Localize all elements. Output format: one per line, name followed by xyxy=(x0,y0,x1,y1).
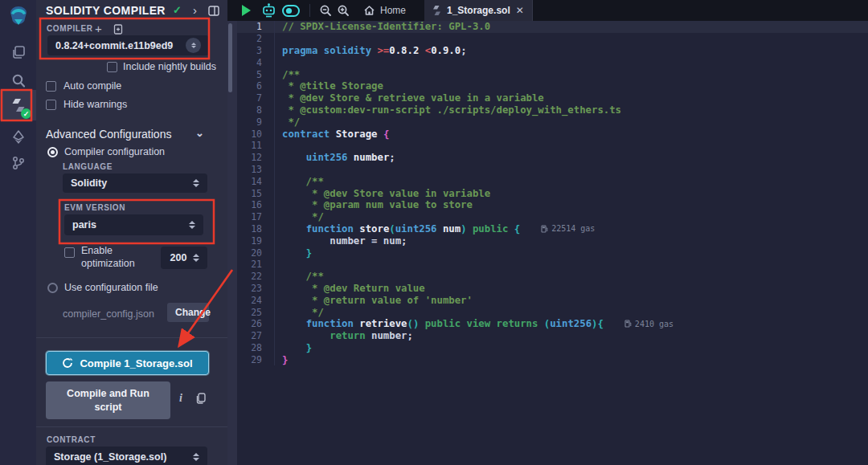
include-nightly-builds-checkbox[interactable] xyxy=(107,62,117,72)
line-number[interactable]: 15 xyxy=(237,188,274,199)
line-number[interactable]: 13 xyxy=(237,164,274,175)
sidebar-item-file-explorer[interactable] xyxy=(0,37,36,67)
line-number[interactable]: 5 xyxy=(237,69,274,80)
code-text[interactable]: uint256 number; xyxy=(274,152,395,164)
line-number[interactable]: 12 xyxy=(237,152,274,163)
tab-1-storage-sol[interactable]: 1_Storage.sol ✕ xyxy=(424,0,533,21)
line-number[interactable]: 8 xyxy=(237,104,274,116)
line-number[interactable]: 2 xyxy=(237,33,274,44)
close-tab-icon[interactable]: ✕ xyxy=(516,5,524,16)
remix-logo[interactable] xyxy=(0,2,36,30)
auto-compile-checkbox[interactable] xyxy=(46,81,56,92)
line-number[interactable]: 18 xyxy=(237,223,274,235)
code-text[interactable]: } xyxy=(274,342,312,354)
code-line[interactable]: 29} xyxy=(237,353,868,365)
contract-select[interactable]: Storage (1_Storage.sol) xyxy=(46,447,207,465)
code-line[interactable]: 26 function retrieve() public view retur… xyxy=(237,318,868,330)
line-number[interactable]: 9 xyxy=(237,116,274,128)
line-number[interactable]: 11 xyxy=(237,140,274,151)
code-line[interactable]: 15 * @dev Store value in variable xyxy=(237,187,868,199)
panel-chevron-icon[interactable]: › xyxy=(193,3,197,17)
code-line[interactable]: 2 xyxy=(237,33,868,45)
line-number[interactable]: 29 xyxy=(237,354,274,365)
code-line[interactable]: 6 * @title Storage xyxy=(237,80,868,92)
run-script-button[interactable] xyxy=(234,0,258,21)
code-line[interactable]: 16 * @param num value to store xyxy=(237,199,868,211)
line-number[interactable]: 19 xyxy=(237,235,274,247)
sidebar-item-git[interactable] xyxy=(0,148,36,178)
code-text[interactable]: } xyxy=(274,353,288,365)
code-text[interactable] xyxy=(274,164,282,176)
hide-warnings-checkbox[interactable] xyxy=(46,100,56,110)
language-select[interactable]: Solidity xyxy=(63,173,207,193)
code-text[interactable] xyxy=(274,33,282,45)
code-line[interactable]: 17 */ xyxy=(237,211,868,223)
code-text[interactable]: // SPDX-License-Identifier: GPL-3.0 xyxy=(274,21,490,33)
code-line[interactable]: 10contract Storage { xyxy=(237,128,868,140)
code-line[interactable]: 11 xyxy=(237,140,868,152)
line-number[interactable]: 21 xyxy=(237,259,274,270)
code-text[interactable] xyxy=(274,140,282,152)
line-number[interactable]: 4 xyxy=(237,57,274,68)
copy-icon[interactable] xyxy=(195,393,206,407)
code-text[interactable]: /** xyxy=(274,68,300,80)
evm-version-select[interactable]: paris xyxy=(64,214,203,235)
code-text[interactable] xyxy=(274,56,282,68)
code-text[interactable]: return number; xyxy=(274,330,413,342)
code-text[interactable]: * @dev Store & retrieve value in a varia… xyxy=(274,92,544,104)
line-number[interactable]: 14 xyxy=(237,176,274,187)
code-text[interactable]: * @custom:dev-run-script ./scripts/deplo… xyxy=(274,104,621,116)
code-editor[interactable]: 1// SPDX-License-Identifier: GPL-3.023pr… xyxy=(237,21,868,465)
line-number[interactable]: 28 xyxy=(237,342,274,353)
code-line[interactable]: 25 */ xyxy=(237,306,868,318)
ai-copilot-toggle[interactable] xyxy=(279,0,303,21)
line-number[interactable]: 1 xyxy=(237,21,274,32)
add-compiler-icon[interactable]: + xyxy=(95,22,102,35)
code-line[interactable]: 23 * @dev Return value xyxy=(237,283,868,295)
ai-assistant-button[interactable] xyxy=(258,0,279,21)
pin-panel-icon[interactable] xyxy=(208,5,219,19)
code-line[interactable]: 28 } xyxy=(237,342,868,354)
line-number[interactable]: 10 xyxy=(237,128,274,140)
line-number[interactable]: 26 xyxy=(237,318,274,329)
line-number[interactable]: 20 xyxy=(237,247,274,259)
code-text[interactable]: * @title Storage xyxy=(274,80,383,92)
code-text[interactable]: } xyxy=(274,247,312,259)
code-text[interactable] xyxy=(274,259,282,271)
code-text[interactable]: number = num; xyxy=(274,235,407,247)
code-text[interactable]: * @dev Store value in variable xyxy=(274,187,490,199)
code-line[interactable]: 1// SPDX-License-Identifier: GPL-3.0 xyxy=(237,21,868,33)
code-line[interactable]: 19 number = num; xyxy=(237,235,868,247)
advanced-configurations-title[interactable]: Advanced Configurations xyxy=(46,128,171,141)
code-text[interactable]: pragma solidity >=0.8.2 <0.9.0; xyxy=(274,45,467,57)
code-line[interactable]: 27 return number; xyxy=(237,330,868,342)
line-number[interactable]: 24 xyxy=(237,295,274,306)
code-line[interactable]: 12 uint256 number; xyxy=(237,152,868,164)
line-number[interactable]: 16 xyxy=(237,199,274,210)
code-text[interactable]: */ xyxy=(274,211,324,223)
enable-optimization-checkbox[interactable] xyxy=(64,247,75,258)
code-line[interactable]: 18 function store(uint256 num) public {2… xyxy=(237,223,868,235)
code-line[interactable]: 20 } xyxy=(237,247,868,259)
code-line[interactable]: 24 * @return value of 'number' xyxy=(237,294,868,306)
panel-resize-handle[interactable] xyxy=(227,0,237,465)
line-number[interactable]: 3 xyxy=(237,45,274,56)
line-number[interactable]: 22 xyxy=(237,271,274,282)
tab-home[interactable]: Home xyxy=(363,0,406,21)
code-line[interactable]: 22 /** xyxy=(237,271,868,283)
code-line[interactable]: 21 xyxy=(237,259,868,271)
code-text[interactable]: * @param num value to store xyxy=(274,199,473,211)
code-line[interactable]: 5/** xyxy=(237,68,868,80)
code-text[interactable]: */ xyxy=(274,116,300,128)
line-number[interactable]: 7 xyxy=(237,92,274,104)
compile-and-run-button[interactable]: Compile and Run script xyxy=(46,381,170,419)
use-configuration-file-radio[interactable] xyxy=(47,283,58,293)
panel-scrollbar[interactable] xyxy=(228,23,232,92)
zoom-out-button[interactable] xyxy=(317,0,334,21)
compile-button[interactable]: Compile 1_Storage.sol xyxy=(46,351,209,375)
code-text[interactable]: contract Storage { xyxy=(274,128,389,140)
optimization-runs-input[interactable]: 200 xyxy=(161,247,207,269)
line-number[interactable]: 23 xyxy=(237,283,274,294)
code-text[interactable]: /** xyxy=(274,271,324,283)
code-text[interactable]: /** xyxy=(274,175,324,187)
